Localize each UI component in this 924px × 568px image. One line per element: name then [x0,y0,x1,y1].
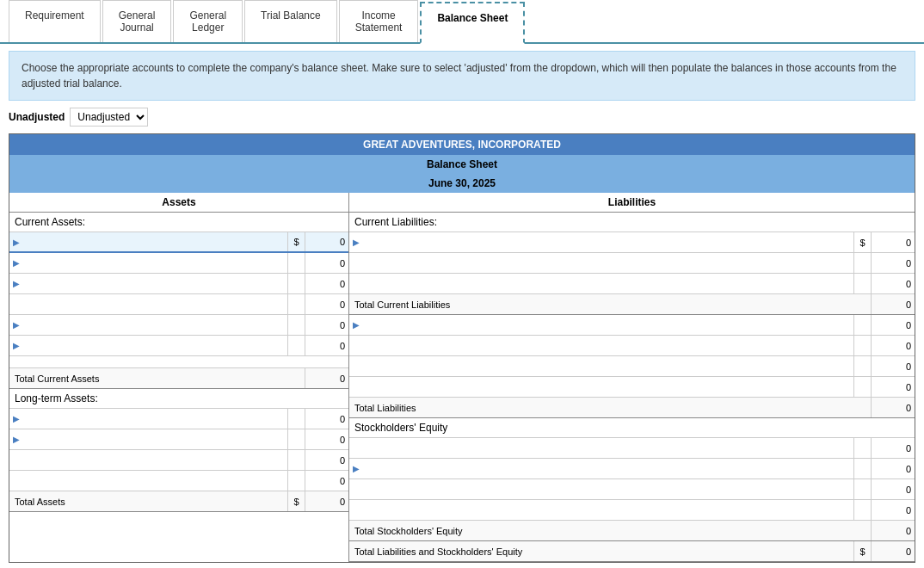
asset-account-4[interactable] [9,294,288,314]
liability-amount-4: 0 [872,315,915,335]
tab-trial-balance[interactable]: Trial Balance [244,0,337,42]
assets-header: Assets [9,193,349,212]
asset-account-2[interactable]: ▶ [9,253,288,273]
total-current-liabilities-amount: 0 [872,294,915,314]
liability-account-input-4[interactable] [365,320,850,330]
total-liabilities-amount: 0 [872,398,915,417]
se-account-2[interactable]: ▶ [349,459,854,478]
lt-asset-account-input-3[interactable] [13,450,284,470]
stockholders-equity-label: Stockholders' Equity [349,418,915,438]
se-amount-4: 0 [872,500,915,520]
liab-dollar-sign-1: $ [854,232,872,252]
tab-general-ledger[interactable]: GeneralLedger [173,0,243,42]
asset-account-5[interactable]: ▶ [9,315,288,335]
liability-account-input-7[interactable] [353,377,850,397]
se-account-input-4[interactable] [353,500,850,520]
liability-row-3: 0 [349,274,915,294]
liability-row-1: ▶ $ 0 [349,232,915,253]
dropdown-arrow-2[interactable]: ▶ [13,258,25,268]
liability-account-input-2[interactable] [353,253,850,273]
liability-account-input-1[interactable] [365,238,850,248]
tab-income-statement[interactable]: IncomeStatement [339,0,419,42]
liability-account-1[interactable]: ▶ [349,232,854,252]
liability-account-2[interactable] [349,253,854,273]
se-account-3[interactable] [349,479,854,499]
se-account-4[interactable] [349,500,854,520]
tab-requirement[interactable]: Requirement [9,0,101,42]
lt-dollar-sign-3 [288,450,305,470]
liab-dollar-sign-5 [854,336,872,355]
asset-account-input-1[interactable] [25,237,284,247]
assets-column: Current Assets: ▶ $ 0 [9,213,349,562]
se-row-4: 0 [349,500,915,521]
liability-account-4[interactable]: ▶ [349,315,854,335]
lt-asset-row-3: 0 [9,450,348,471]
liability-row-6: 0 [349,356,915,377]
se-account-1[interactable] [349,438,854,458]
liab-dropdown-arrow-4[interactable]: ▶ [353,320,365,330]
asset-account-input-6[interactable] [25,341,284,351]
dropdown-arrow-5[interactable]: ▶ [13,320,25,330]
se-amount-3: 0 [872,479,915,499]
liability-account-input-6[interactable] [353,356,850,376]
tab-bar: Requirement GeneralJournal GeneralLedger… [0,0,924,44]
lt-dollar-sign-2 [288,429,305,449]
liab-dollar-sign-3 [854,274,872,293]
liability-account-7[interactable] [349,377,854,397]
total-assets-dollar: $ [288,491,305,511]
current-liabilities-label: Current Liabilities: [349,213,915,232]
liab-dollar-sign-6 [854,356,872,376]
total-se-amount: 0 [872,521,915,540]
tab-balance-sheet[interactable]: Balance Sheet [420,2,525,44]
asset-account-input-4[interactable] [13,294,284,314]
lt-asset-account-1[interactable]: ▶ [9,409,288,429]
dropdown-arrow-1[interactable]: ▶ [13,238,25,247]
sheet-date: June 30, 2025 [9,174,915,193]
se-account-input-1[interactable] [353,438,850,458]
lt-asset-account-input-1[interactable] [25,414,284,424]
dropdown-arrow-3[interactable]: ▶ [13,279,25,288]
lt-asset-account-input-4[interactable] [13,471,284,491]
asset-account-3[interactable]: ▶ [9,274,288,293]
liability-account-input-5[interactable] [353,336,850,355]
asset-account-input-5[interactable] [25,320,284,330]
liability-account-3[interactable] [349,274,854,293]
liability-account-6[interactable] [349,356,854,376]
total-liabilities-row: Total Liabilities 0 [349,398,915,418]
liab-dropdown-arrow-1[interactable]: ▶ [353,238,365,247]
se-account-input-2[interactable] [365,464,850,474]
se-row-3: 0 [349,479,915,500]
lt-asset-account-4[interactable] [9,471,288,491]
se-dropdown-arrow-2[interactable]: ▶ [353,464,365,473]
lt-asset-account-input-2[interactable] [25,435,284,445]
se-dollar-sign-4 [854,500,872,520]
liability-amount-6: 0 [872,356,915,376]
lt-dollar-sign-1 [288,409,305,429]
total-liabilities-equity-label: Total Liabilities and Stockholders' Equi… [349,541,854,561]
adjustment-dropdown[interactable]: Unadjusted Adjusted [70,108,148,127]
lt-asset-account-2[interactable]: ▶ [9,429,288,449]
liability-account-input-3[interactable] [353,274,850,293]
asset-account-input-2[interactable] [25,258,284,269]
tab-general-journal[interactable]: GeneralJournal [102,0,172,42]
liability-row-7: 0 [349,377,915,398]
company-name: GREAT ADVENTURES, INCORPORATED [9,134,915,155]
asset-account-6[interactable]: ▶ [9,336,288,355]
dollar-sign-4 [288,294,305,314]
liab-dollar-sign-2 [854,253,872,273]
liability-account-5[interactable] [349,336,854,355]
asset-account-input-3[interactable] [25,279,284,289]
asset-amount-1: 0 [305,232,348,251]
dropdown-label: Unadjusted [9,111,65,123]
sheet-body: Current Assets: ▶ $ 0 [9,213,915,562]
asset-account-1[interactable]: ▶ [9,232,288,251]
lt-dropdown-arrow-1[interactable]: ▶ [13,414,25,423]
asset-row-2: ▶ 0 [9,253,348,274]
asset-amount-5: 0 [305,315,348,335]
dropdown-arrow-6[interactable]: ▶ [13,341,25,350]
liability-amount-2: 0 [872,253,915,273]
lt-dropdown-arrow-2[interactable]: ▶ [13,435,25,444]
asset-amount-2: 0 [305,253,348,273]
se-account-input-3[interactable] [353,479,850,499]
lt-asset-account-3[interactable] [9,450,288,470]
